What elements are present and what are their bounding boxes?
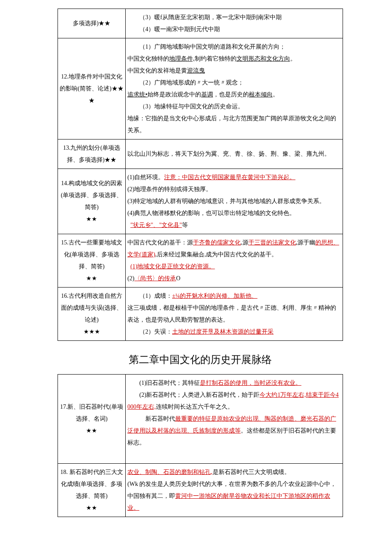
stars: ★★★ — [60, 326, 124, 338]
content-line: （1）广阔地域影响中国文明的道路和文化开展的方向； — [127, 41, 341, 53]
topic-cell: 12.地理条件对中国文化的影响(简答、论述)★★★ — [58, 38, 126, 139]
content-line: 地缘：它指的是当文化中心形成后，与北方范围更加广阔的草原游牧文化之间的关系。 — [127, 115, 336, 134]
content-line: (1)地域文化是正统文化的资源。 — [127, 263, 215, 270]
highlight-text: 土地的过度开垦及林木资源的过量开采 — [172, 328, 274, 335]
content-cell: （1）广阔地域影响中国文明的道路和文化开展的方向； 中国文化独特的地理条件,制约… — [126, 38, 343, 139]
content-line: （2）失误：土地的过度开垦及林木资源的过量开采 — [127, 326, 341, 338]
underline-text: 追求统• — [127, 91, 147, 98]
content-cell: 农业、制陶、石器的磨制和钻孔,是新石器时代三大文明成绩。 (Wk 的发生是人类历… — [126, 464, 343, 517]
study-table-1: 多项选择)★★ （3）暖f从隋唐至北宋初期，寒一北宋中期到南宋中期 （4）暖一南… — [58, 9, 343, 341]
topic-cell: 14.构成地域文化的因素(单项选择、多项选择、简答) ★★ — [58, 169, 126, 234]
topic-cell: 15.古代一些重要地域文化(单项选择、多项选择、简答) ★★ — [58, 234, 126, 288]
table-row: 14.构成地域文化的因素(单项选择、多项选择、简答) ★★ (1)自然环境。注意… — [58, 169, 343, 234]
content-line: 农业、制陶、石器的磨制和钻孔,是新石器时代三大文明成绩。 — [127, 469, 290, 475]
underline-text: 迎流曳 — [187, 67, 205, 74]
table-row: 多项选择)★★ （3）暖f从隋唐至北宋初期，寒一北宋中期到南宋中期 （4）暖一南… — [58, 9, 343, 38]
content-line: (2)新石器时代；人类进入新石器时代，始于距今大约1万年左右,结束于距今4000… — [127, 389, 341, 413]
topic-label: 14.构成地域文化的因素(单项选择、多项选择、简答) — [61, 180, 123, 210]
stars: ★★ — [60, 273, 124, 285]
content-line: (1)自然环境。注意：中国古代文明国家最早在黄河中下游兴起。 — [127, 174, 295, 180]
content-line: 这三项成绩，都是根植于中国的地理条件，是古代〃正德、利用、厚生〃精神的表达，也是… — [127, 305, 336, 323]
content-line: （1）成绩：±¼的开魅水利的兴修、加新他、 — [127, 290, 341, 302]
highlight-text: 于齐鲁的儒家文化 — [193, 239, 241, 246]
content-cell: 以北山川为标志，将天下划分为冀、兖、青、徐、扬、荆、豫、梁、雍九州。 — [126, 139, 343, 169]
stars: ★★ — [60, 425, 124, 437]
content-line: （3）暖f从隋唐至北宋初期，寒一北宋中期到南宋中期 — [127, 12, 341, 23]
topic-cell: 18. 新石器时代的三大文化成绩(单项选择、多项选择、简答) ★★ — [58, 464, 126, 517]
topic-cell: 13.九州的划分(单项选择、多项选择)★★ — [58, 139, 126, 169]
content-line: 中国古代文化的基干：源于齐鲁的儒家文化,源于三晋的法家文化,源于幽的思想、文学(… — [127, 239, 339, 258]
table-row: 18. 新石器时代的三大文化成绩(单项选择、多项选择、简答) ★★ 农业、制陶、… — [58, 464, 343, 517]
content-line: (3)特定地域的人群有明确的地域意识，并与其他地域的人群形成竞争关系。 — [127, 198, 325, 204]
topic-label: 16.古代利用改造自然方面的成绩与失误(选择、论述) — [61, 293, 123, 323]
table-row: 16.古代利用改造自然方面的成绩与失误(选择、论述) ★★★ （1）成绩：±¼的… — [58, 288, 343, 341]
content-cell: (1)旧石器时代；其特征是打制石器的使用，当时还没有农业。 (2)新石器时代；人… — [126, 375, 343, 464]
highlight-text: 是打制石器的使用，当时还没有农业。 — [200, 380, 301, 386]
highlight-text: (1)地域文化是正统文化的资源。 — [130, 263, 215, 270]
table-row: 17.新、旧石器时代(单项选择、名词) ★★ (1)旧石器时代；其特征是打制石器… — [58, 375, 343, 464]
content-cell: 中国古代文化的基干：源于齐鲁的儒家文化,源于三晋的法家文化,源于幽的思想、文学(… — [126, 234, 343, 288]
content-line: （2）广阔地域形成的〃大一统〃观念； — [127, 77, 341, 89]
underline-text: 根本倾向 — [249, 91, 273, 98]
topic-label: 15.古代一些重要地域文化(单项选择、多项选择、简答) — [61, 239, 122, 270]
stars: ★★ — [60, 502, 124, 514]
content-cell: （3）暖f从隋唐至北宋初期，寒一北宋中期到南宋中期 （4）暖一南宋中期到元代中期 — [126, 9, 343, 38]
stars: ★★ — [60, 213, 124, 225]
content-line: (2)地理条件的特别或得天独厚。 — [127, 186, 212, 192]
content-line: "状元乡"、"文化县"等 — [127, 222, 188, 228]
chapter-title: 第二章中国文化的历史开展脉络 — [58, 353, 343, 366]
highlight-text: 农业、制陶、石器的磨制和钻孔, — [127, 469, 213, 475]
table-row: 12.地理条件对中国文化的影响(简答、论述)★★★ （1）广阔地域影响中国文明的… — [58, 38, 343, 139]
content-line: 新石器时代最重要的特征是原始农业的出现、陶器的制造、磨光石器的广泛使用以及村落的… — [127, 413, 341, 449]
document-page: 多项选择)★★ （3）暖f从隋唐至北宋初期，寒一北宋中期到南宋中期 （4）暖一南… — [0, 0, 392, 534]
topic-label: 12.地理条件对中国文化的影响(简答、论述)★★★ — [60, 73, 123, 104]
topic-label: 多项选择)★★ — [73, 20, 111, 26]
topic-cell: 17.新、旧石器时代(单项选择、名词) ★★ — [58, 375, 126, 464]
table-row: 13.九州的划分(单项选择、多项选择)★★ 以北山川为标志，将天下划分为冀、兖、… — [58, 139, 343, 169]
content-line: (4)典范人物潜移默化的影响，也可以带出特定地域的文化特色。 — [127, 210, 295, 216]
content-line: 中国文化独特的地理条件,制约着它独特的文明形态和文化方向。 — [127, 55, 296, 62]
content-line: （3）地缘特征与中国文化的历史命运。 — [127, 101, 341, 113]
content-line: (2)〈尚书〉的传承O — [127, 275, 180, 282]
highlight-text: 〈尚书〉的传承 — [134, 275, 176, 282]
topic-cell: 16.古代利用改造自然方面的成绩与失误(选择、论述) ★★★ — [58, 288, 126, 341]
content-line: 追求统•始终是政治观念中的基调，也是历史的根本倾向。 — [127, 91, 279, 98]
study-table-2: 17.新、旧石器时代(单项选择、名词) ★★ (1)旧石器时代；其特征是打制石器… — [58, 374, 343, 517]
content-line: （4）暖一南宋中期到元代中期 — [127, 23, 341, 35]
content-cell: (1)自然环境。注意：中国古代文明国家最早在黄河中下游兴起。 (2)地理条件的特… — [126, 169, 343, 234]
underline-text: 基调 — [201, 91, 213, 98]
table-row: 15.古代一些重要地域文化(单项选择、多项选择、简答) ★★ 中国古代文化的基干… — [58, 234, 343, 288]
topic-label: 17.新、旧石器时代(单项选择、名词) — [60, 404, 123, 422]
topic-cell: 多项选择)★★ — [58, 9, 126, 38]
highlight-text: 于三晋的法家文化 — [248, 239, 296, 246]
topic-label: 18. 新石器时代的三大文化成绩(单项选择、多项选择、简答) — [61, 469, 123, 499]
topic-label: 13.九州的划分(单项选择、多项选择)★★ — [63, 145, 120, 163]
underline-text: 文明形态和文化方向 — [236, 55, 290, 62]
underline-text: 地理条件, — [169, 55, 195, 62]
content-line: 以北山川为标志，将天下划分为冀、兖、青、徐、扬、荆、豫、梁、雍九州。 — [127, 151, 330, 157]
content-line: (Wk 的发生是人类历史划时代的大事，在世界为数不多的几个农业起源中心中，中国独… — [127, 481, 336, 511]
highlight-text: 注意：中国古代文明国家最早在黄河中下游兴起。 — [164, 174, 295, 180]
content-cell: （1）成绩：±¼的开魅水利的兴修、加新他、 这三项成绩，都是根植于中国的地理条件… — [126, 288, 343, 341]
highlight-text: "状元乡"、"文化县" — [130, 222, 182, 228]
content-line: 中国文化的发祥地是黄迎流曳 — [127, 67, 205, 74]
highlight-text: ±¼的开魅水利的兴修、加新他、 — [172, 293, 257, 299]
content-line: (1)旧石器时代；其特征是打制石器的使用，当时还没有农业。 — [127, 377, 341, 389]
